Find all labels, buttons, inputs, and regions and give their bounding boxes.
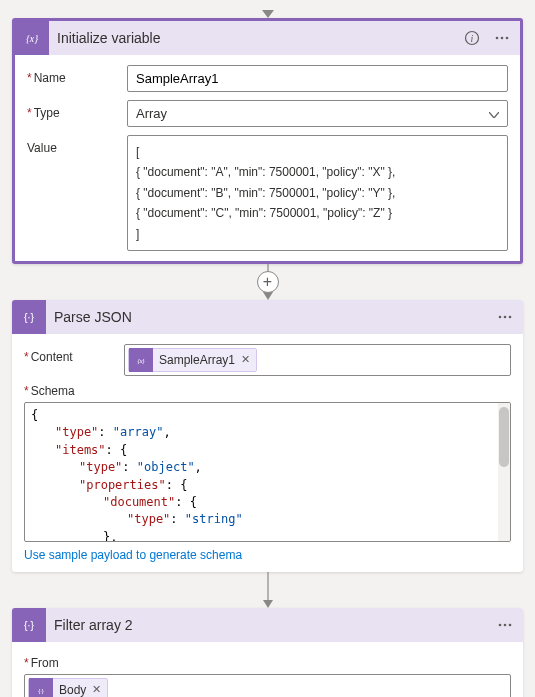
token-label: Body xyxy=(59,683,86,697)
svg-text:{·}: {·} xyxy=(38,687,44,693)
schema-label: Schema xyxy=(24,384,511,398)
svg-point-5 xyxy=(506,37,509,40)
token-label: SampleArray1 xyxy=(159,353,235,367)
braces-icon: {·} xyxy=(12,608,46,642)
card-header[interactable]: {·} Filter array 2 xyxy=(12,608,523,642)
use-sample-payload-link[interactable]: Use sample payload to generate schema xyxy=(24,548,242,562)
content-label: Content xyxy=(24,344,124,364)
token-samplearray1[interactable]: {x} SampleArray1 ✕ xyxy=(128,348,257,372)
type-label: Type xyxy=(27,100,127,120)
type-select[interactable]: Array xyxy=(127,100,508,127)
svg-point-8 xyxy=(499,316,502,319)
card-title: Parse JSON xyxy=(46,309,493,325)
card-filter-array[interactable]: {·} Filter array 2 From {·} Body ✕ xyxy=(12,608,523,697)
svg-text:{x}: {x} xyxy=(26,33,38,44)
svg-text:{x}: {x} xyxy=(137,357,144,363)
card-initialize-variable[interactable]: {x} Initialize variable i Name Type xyxy=(12,18,523,264)
card-header[interactable]: {·} Parse JSON xyxy=(12,300,523,334)
add-step-button[interactable]: + xyxy=(257,271,279,293)
type-value: Array xyxy=(136,106,167,121)
braces-icon: {·} xyxy=(12,300,46,334)
card-header[interactable]: {x} Initialize variable i xyxy=(15,21,520,55)
info-icon[interactable]: i xyxy=(460,26,484,50)
name-input[interactable] xyxy=(127,65,508,92)
svg-point-10 xyxy=(509,316,512,319)
connector-arrow: + xyxy=(12,264,523,300)
schema-editor[interactable]: {"type": "array","items": {"type": "obje… xyxy=(24,402,511,542)
card-title: Filter array 2 xyxy=(46,617,493,633)
more-menu-icon[interactable] xyxy=(493,305,517,329)
more-menu-icon[interactable] xyxy=(493,613,517,637)
connector-arrow xyxy=(12,572,523,608)
token-remove-icon[interactable]: ✕ xyxy=(92,683,101,696)
value-label: Value xyxy=(27,135,127,155)
svg-point-14 xyxy=(499,624,502,627)
svg-text:{·}: {·} xyxy=(24,311,34,323)
braces-icon: {·} xyxy=(29,678,53,697)
svg-point-3 xyxy=(496,37,499,40)
card-title: Initialize variable xyxy=(49,30,460,46)
svg-text:i: i xyxy=(471,33,474,44)
from-label: From xyxy=(24,656,511,670)
value-textarea[interactable]: [ { "document": "A", "min": 7500001, "po… xyxy=(127,135,508,251)
svg-point-4 xyxy=(501,37,504,40)
token-remove-icon[interactable]: ✕ xyxy=(241,353,250,366)
connector-arrow-top xyxy=(12,8,523,18)
schema-scrollbar[interactable] xyxy=(498,403,510,541)
content-input[interactable]: {x} SampleArray1 ✕ xyxy=(124,344,511,376)
from-input[interactable]: {·} Body ✕ xyxy=(24,674,511,697)
token-body[interactable]: {·} Body ✕ xyxy=(28,678,108,697)
more-menu-icon[interactable] xyxy=(490,26,514,50)
svg-text:{·}: {·} xyxy=(24,619,34,631)
svg-point-16 xyxy=(509,624,512,627)
name-label: Name xyxy=(27,65,127,85)
chevron-down-icon xyxy=(489,106,499,121)
card-parse-json[interactable]: {·} Parse JSON Content {x} xyxy=(12,300,523,572)
variable-icon: {x} xyxy=(15,21,49,55)
svg-point-9 xyxy=(504,316,507,319)
svg-point-15 xyxy=(504,624,507,627)
variable-icon: {x} xyxy=(129,348,153,372)
